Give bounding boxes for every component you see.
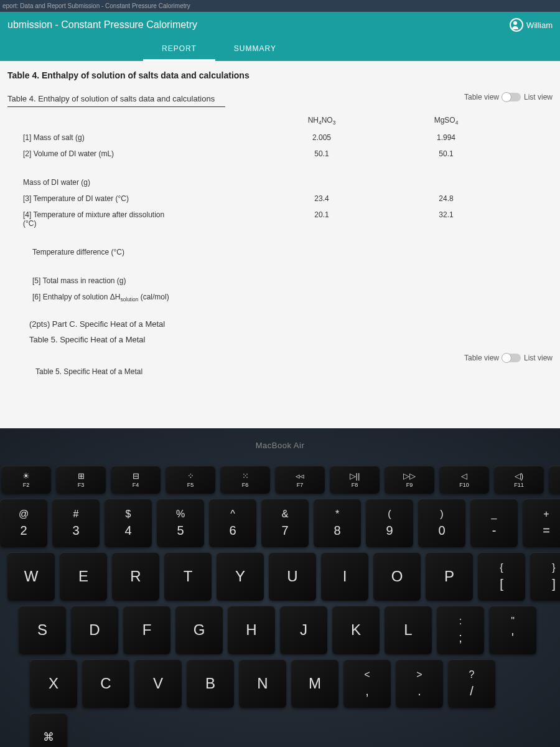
cell-value[interactable]: 1.994 bbox=[384, 133, 508, 142]
letter-key: S bbox=[19, 606, 66, 654]
symbol-key: "' bbox=[489, 606, 536, 654]
tab-summary[interactable]: SUMMARY bbox=[215, 38, 295, 61]
number-key: #3 bbox=[52, 499, 100, 547]
row-label: [3] Temperature of DI water (°C) bbox=[7, 194, 259, 203]
page-header: ubmission - Constant Pressure Calorimetr… bbox=[0, 12, 560, 38]
letter-key: Y bbox=[217, 552, 264, 601]
tab-report[interactable]: REPORT bbox=[143, 38, 215, 61]
number-key: @2 bbox=[0, 499, 47, 547]
row-label: [6] Enthalpy of solution ΔHsolution (cal… bbox=[7, 293, 269, 303]
table-row: [1] Mass of salt (g) 2.005 1.994 bbox=[7, 129, 553, 146]
number-key: += bbox=[523, 499, 560, 547]
user-info[interactable]: William bbox=[510, 18, 553, 32]
fn-key: ⁘F5 bbox=[166, 466, 215, 494]
qwerty-row-1: WERTYUIOP{[}] bbox=[0, 552, 560, 601]
letter-key: M bbox=[291, 659, 338, 708]
letter-key: G bbox=[175, 606, 223, 654]
table-row: [4] Temperature of mixture after dissolu… bbox=[7, 207, 553, 232]
table-view-label: Table view bbox=[464, 354, 499, 362]
number-key: )0 bbox=[418, 499, 465, 547]
letter-key: K bbox=[332, 606, 380, 654]
number-key: $4 bbox=[105, 499, 152, 547]
symbol-key: :; bbox=[437, 606, 484, 654]
table-row: [6] Enthalpy of solution ΔHsolution (cal… bbox=[7, 289, 553, 306]
qwerty-row-3: XCVBNM<,>.?/ bbox=[0, 659, 560, 708]
number-key: (9 bbox=[366, 499, 413, 547]
letter-key: B bbox=[187, 659, 234, 708]
fn-key: ◁))F12 bbox=[549, 466, 560, 494]
macbook-label: MacBook Air bbox=[0, 430, 560, 466]
fn-key: ▷▷F9 bbox=[385, 466, 434, 494]
tab-bar: REPORT SUMMARY bbox=[0, 38, 560, 61]
page-title: ubmission - Constant Pressure Calorimetr… bbox=[7, 19, 197, 31]
fn-key: ◁F10 bbox=[439, 466, 489, 494]
cell-value[interactable]: 20.1 bbox=[259, 210, 384, 228]
letter-key: H bbox=[228, 606, 275, 654]
number-key: _- bbox=[470, 499, 518, 547]
table-row: [5] Total mass in reaction (g) bbox=[7, 273, 553, 289]
number-key-row: @2#3$4%5^6&7*8(9)0_-+= bbox=[0, 499, 560, 547]
bottom-key-row: ⌘ bbox=[0, 713, 560, 747]
letter-key: U bbox=[269, 552, 316, 601]
col-header-nh4no3: NH4NO3 bbox=[259, 116, 384, 126]
table-row: Mass of DI water (g) bbox=[7, 174, 553, 190]
list-view-label: List view bbox=[524, 354, 553, 362]
symbol-key: {[ bbox=[478, 552, 525, 601]
cell-value[interactable] bbox=[384, 178, 508, 187]
fn-key: ☀F2 bbox=[1, 466, 51, 494]
cell-value[interactable]: 50.1 bbox=[384, 149, 508, 158]
cell-value[interactable]: 2.005 bbox=[259, 133, 384, 142]
symbol-key: ?/ bbox=[448, 659, 495, 708]
qwerty-row-2: SDFGHJKL:;"' bbox=[0, 606, 560, 654]
letter-key: X bbox=[30, 659, 77, 708]
number-key: %5 bbox=[157, 499, 204, 547]
toggle-switch-icon[interactable] bbox=[502, 354, 521, 362]
table4-title: Table 4. Enthalpy of solution of salts d… bbox=[7, 70, 553, 80]
toggle-switch-icon[interactable] bbox=[502, 93, 521, 101]
number-key: &7 bbox=[261, 499, 309, 547]
main-content: Table 4. Enthalpy of solution of salts d… bbox=[0, 61, 560, 428]
col-header-mgso4: MgSO4 bbox=[384, 116, 508, 126]
command-key: ⌘ bbox=[30, 713, 67, 747]
table-view-label: Table view bbox=[464, 93, 499, 101]
symbol-key: >. bbox=[396, 659, 443, 708]
letter-key: P bbox=[426, 552, 473, 601]
row-label: [4] Temperature of mixture after dissolu… bbox=[7, 210, 179, 228]
fn-key: ⊟F4 bbox=[111, 466, 161, 494]
letter-key: T bbox=[164, 552, 212, 601]
cell-value[interactable]: 32.1 bbox=[384, 210, 508, 228]
fn-key: ◃◃F7 bbox=[275, 466, 325, 494]
letter-key: L bbox=[385, 606, 432, 654]
table-row: [3] Temperature of DI water (°C) 23.4 24… bbox=[7, 190, 553, 207]
row-label: Temperature difference (°C) bbox=[7, 248, 269, 256]
cell-value[interactable]: 24.8 bbox=[384, 194, 508, 203]
user-icon bbox=[510, 18, 523, 32]
table4-subtitle: Table 4. Enthalpy of solution of salts d… bbox=[7, 94, 225, 107]
browser-tab-title[interactable]: eport: Data and Report Submission - Cons… bbox=[2, 2, 190, 9]
view-toggle-5[interactable]: Table view List view bbox=[464, 354, 553, 362]
fn-key: ⊞F3 bbox=[56, 466, 106, 494]
cell-value[interactable] bbox=[259, 178, 384, 187]
letter-key: V bbox=[134, 659, 182, 708]
table5-subtable: Table 5. Specific Heat of a Metal bbox=[7, 367, 553, 376]
symbol-key: <, bbox=[343, 659, 391, 708]
table-row: [2] Volume of DI water (mL) 50.1 50.1 bbox=[7, 146, 553, 162]
cell-value[interactable]: 23.4 bbox=[259, 194, 384, 203]
letter-key: C bbox=[82, 659, 129, 708]
fn-key: ▷||F8 bbox=[330, 466, 380, 494]
row-label: [1] Mass of salt (g) bbox=[7, 133, 259, 142]
user-name: William bbox=[526, 21, 553, 30]
number-key: *8 bbox=[314, 499, 361, 547]
table-row: Temperature difference (°C) bbox=[7, 244, 553, 260]
letter-key: N bbox=[239, 659, 286, 708]
view-toggle-4[interactable]: Table view List view bbox=[464, 93, 553, 101]
letter-key: W bbox=[7, 552, 55, 601]
letter-key: E bbox=[60, 552, 107, 601]
cell-value[interactable]: 50.1 bbox=[259, 149, 384, 158]
browser-tab-bar: eport: Data and Report Submission - Cons… bbox=[0, 0, 560, 12]
symbol-key: }] bbox=[530, 552, 560, 601]
letter-key: D bbox=[71, 606, 118, 654]
number-key: ^6 bbox=[209, 499, 256, 547]
letter-key: F bbox=[123, 606, 170, 654]
row-label: Mass of DI water (g) bbox=[7, 178, 259, 187]
